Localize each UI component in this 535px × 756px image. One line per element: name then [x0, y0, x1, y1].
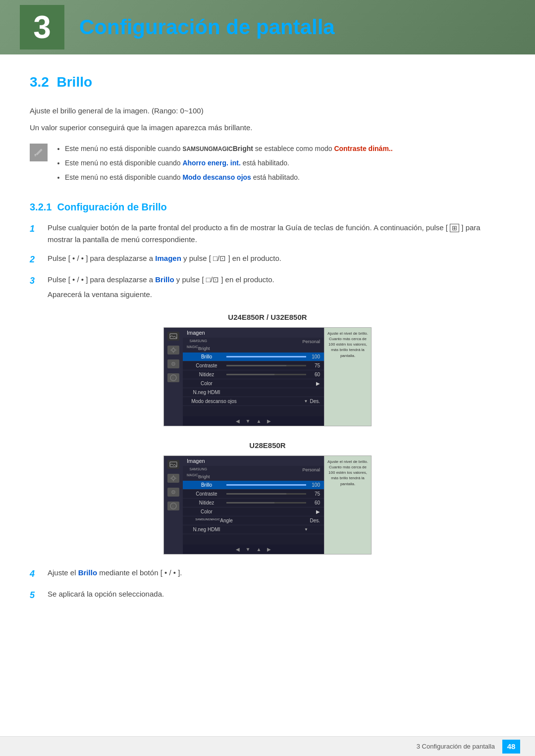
chapter-number: 3 — [20, 5, 64, 50]
monitor-main-2: Imagen SAMSUNGMAGICBright Personal Brill… — [183, 456, 324, 554]
step-3: 3 Pulse [ • / • ] para desplazarse a Bri… — [30, 274, 505, 301]
steps-list: 1 Pulse cualquier botón de la parte fron… — [30, 222, 505, 301]
step-4: 4 Ajuste el Brillo mediante el botón [ •… — [30, 567, 505, 581]
monitor-sidebar-1: i — [164, 328, 183, 426]
monitor-section-2: U28E850R i — [30, 441, 505, 554]
note-list: Este menú no está disponible cuando SAMS… — [55, 144, 393, 187]
svg-point-8 — [172, 477, 175, 480]
monitor-icon-image — [167, 332, 179, 341]
monitor-tooltip-1: Ajuste el nivel de brillo. Cuanto más ce… — [324, 328, 371, 426]
monitor-header-2: Imagen — [183, 456, 324, 466]
page-footer: 3 Configuración de pantalla 48 — [0, 736, 535, 756]
svg-text:i: i — [172, 376, 173, 381]
monitor-main-1: Imagen SAMSUNGMAGICBright Personal Brill… — [183, 328, 324, 426]
monitor-row-brillo-1: Brillo 100 — [183, 353, 324, 361]
header-banner: 3 Configuración de pantalla — [0, 0, 535, 54]
monitor-icon-settings — [167, 359, 179, 368]
monitor-row-color-1: Color ▶ — [183, 379, 324, 388]
subsection-heading: 3.2.1 Configuración de Brillo — [30, 202, 505, 213]
page-title: Configuración de pantalla — [79, 15, 335, 39]
monitor-icon-move-2 — [167, 474, 179, 483]
step-2: 2 Pulse [ • / • ] para desplazarse a Ima… — [30, 252, 505, 267]
svg-text:i: i — [172, 504, 173, 509]
section-heading: 3.2 Brillo — [30, 74, 505, 93]
monitor-menu-1: SAMSUNGMAGICBright Personal Brillo 100 — [183, 338, 324, 416]
monitor-ui-1: i Imagen SAMSUNGMAGICBright Personal — [163, 327, 372, 426]
monitor-footer-2: ◀ ▼ ▲ ▶ — [183, 545, 324, 554]
main-content: 3.2 Brillo Ajuste el brillo general de l… — [0, 54, 535, 642]
note-item-1: Este menú no está disponible cuando SAMS… — [65, 144, 393, 154]
svg-point-5 — [170, 375, 176, 381]
monitor-row-angle-2: SAMSUNGMAGICAngle Des. — [183, 516, 324, 525]
monitor-icon-info: i — [167, 373, 179, 382]
svg-point-10 — [173, 492, 174, 493]
monitor-label-2: U28E850R — [30, 441, 505, 450]
note-item-3: Este menú no está disponible cuando Modo… — [65, 172, 393, 183]
note-icon — [30, 144, 48, 161]
step-1: 1 Pulse cualquier botón de la parte fron… — [30, 222, 505, 246]
monitor-sub-header-1: SAMSUNGMAGICBright Personal — [183, 338, 324, 353]
monitor-row-brillo-2: Brillo 100 — [183, 481, 324, 490]
monitor-row-contraste-2: Contraste 75 — [183, 490, 324, 499]
monitor-row-contraste-1: Contraste 75 — [183, 361, 324, 370]
svg-point-2 — [172, 349, 175, 352]
monitor-section-1: U24E850R / U32E850R i — [30, 313, 505, 426]
monitor-row-nneg-1: N.neg HDMI — [183, 388, 324, 397]
monitor-row-nitidez-1: Nitidez 60 — [183, 370, 324, 379]
monitor-header-1: Imagen — [183, 328, 324, 338]
monitor-icon-info-2: i — [167, 502, 179, 510]
note-item-2: Este menú no está disponible cuando Ahor… — [65, 158, 393, 168]
steps-list-4-5: 4 Ajuste el Brillo mediante el botón [ •… — [30, 567, 505, 603]
monitor-menu-2: SAMSUNGMAGICBright Personal Brillo 100 — [183, 466, 324, 545]
intro-line-2: Un valor superior conseguirá que la imag… — [30, 122, 505, 134]
svg-point-4 — [173, 363, 174, 364]
svg-point-11 — [170, 503, 176, 509]
monitor-tooltip-2: Ajuste el nivel de brillo. Cuanto más ce… — [324, 456, 371, 554]
footer-page-number: 48 — [502, 740, 520, 754]
monitor-label-1: U24E850R / U32E850R — [30, 313, 505, 321]
intro-line-1: Ajuste el brillo general de la imagen. (… — [30, 105, 505, 117]
monitor-footer-1: ◀ ▼ ▲ ▶ — [183, 416, 324, 426]
step-5: 5 Se aplicará la opción seleccionada. — [30, 588, 505, 603]
note-box: Este menú no está disponible cuando SAMS… — [30, 144, 505, 187]
monitor-ui-2: i Imagen SAMSUNGMAGICBright Personal — [163, 455, 372, 554]
monitor-row-nitidez-2: Nitidez 60 — [183, 499, 324, 507]
monitor-sub-header-2: SAMSUNGMAGICBright Personal — [183, 466, 324, 481]
monitor-row-color-2: Color ▶ — [183, 507, 324, 516]
monitor-sidebar-2: i — [164, 456, 183, 554]
monitor-icon-move — [167, 346, 179, 354]
monitor-icon-settings-2 — [167, 488, 179, 497]
monitor-row-nneg-2: N.neg HDMI ▼ — [183, 525, 324, 534]
monitor-row-modo-1: Modo descanso ojos ▼ Des. — [183, 397, 324, 406]
monitor-icon-image-2 — [167, 460, 179, 469]
footer-text: 3 Configuración de pantalla — [417, 743, 495, 750]
